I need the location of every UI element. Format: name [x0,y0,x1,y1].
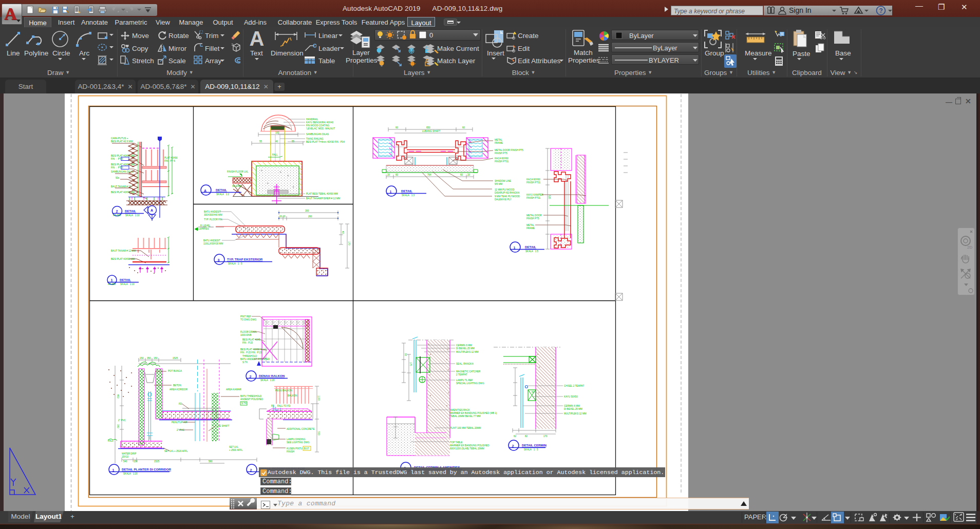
svg-text:1525: 1525 [173,357,178,360]
svg-text:LAMPU DINDING: LAMPU DINDING [287,438,306,441]
svg-text:100: 100 [275,131,279,134]
svg-text:350: 350 [147,357,151,360]
svg-text:1000-DNB: 1000-DNB [240,334,251,336]
svg-text:170: 170 [543,435,548,438]
svg-text:KAYU 50X50: KAYU 50X50 [564,395,578,398]
svg-text:60: 60 [460,174,463,176]
svg-text:20: 20 [387,174,390,176]
svg-text:SKALA 1:5: SKALA 1:5 [525,250,538,253]
svg-text:FIN : PT 6: FIN : PT 6 [164,160,175,162]
svg-text:1: 1 [514,246,516,250]
svg-text:DETAIL: DETAIL [125,209,136,213]
svg-text:BAUT TANAM # 12: BAUT TANAM # 12 [111,185,131,188]
svg-text:SEE LIGHTING DWG: SEE LIGHTING DWG [287,441,310,444]
svg-text:BESI PLAT T=4mm 40X90 FIN :: BESI PLAT T=4mm 40X90 FIN : P34 [306,141,345,143]
svg-text:BATU ANDESIT POLISHED: BATU ANDESIT POLISHED [240,358,270,361]
svg-text:2: 2 [250,375,252,379]
svg-text:FINISH PT01: FINISH PT01 [495,160,509,163]
svg-text:BESI PLAT 40 X MM: BESI PLAT 40 X MM [111,140,133,143]
svg-text:110(L)X30X30 MM: 110(L)X30X30 MM [203,242,223,245]
svg-text:HANDRAIL: HANDRAIL [306,118,318,121]
svg-text:1100: 1100 [317,395,320,401]
svg-text:S/LEVEL: S/LEVEL [232,185,242,187]
svg-text:SPECIAL LIGHTING DWG: SPECIAL LIGHTING DWG [456,382,484,385]
svg-text:FINISH: FINISH [287,450,294,453]
svg-text:2D: 2D [967,245,972,250]
svg-text:150: 150 [140,357,144,360]
svg-text:F/ LEVEL: F/ LEVEL [200,224,211,227]
svg-text:CERMIN 6 MM: CERMIN 6 MM [456,344,472,347]
svg-text:20: 20 [467,174,470,176]
svg-text:20 20: 20 20 [279,215,286,218]
svg-text:2 TEMPAT: 2 TEMPAT [456,373,467,376]
svg-text:DETAIL PLANTER DI CORRIDOR: DETAIL PLANTER DI CORRIDOR [122,467,172,471]
svg-text:SHADOW LINE: SHADOW LINE [495,180,511,182]
svg-text:PEGU BALKON: PEGU BALKON [275,389,292,392]
svg-text:MARMER EX BANDUNG POLISHED: MARMER EX BANDUNG POLISHED [450,444,489,447]
svg-text:THRESHOLD: THRESHOLD [242,355,257,357]
svg-text:DETAIL: DETAIL [401,189,412,193]
svg-text:FD: FD [179,403,182,405]
svg-text:BETON: BETON [173,384,181,387]
svg-text:SAMBUNGAN DILAS: SAMBUNGAN DILAS [111,171,134,173]
svg-text:150: 150 [134,460,138,463]
svg-text:A: A [204,189,206,193]
svg-text:FIN : P.15 FIN : P.15: FIN : P.15 FIN : P.15 [240,351,262,354]
svg-text:2: 2 [250,468,252,472]
svg-text:ANDESIT POLISHED: ANDESIT POLISHED [240,398,263,401]
svg-text:60: 60 [395,174,399,176]
svg-text:300: 300 [305,210,309,212]
svg-text:FALL: FALL [272,154,278,156]
svg-text:SKALA 1:10: SKALA 1:10 [120,283,135,286]
svg-text:BATU ANDESIT: BATU ANDESIT [203,239,220,242]
svg-text:A7-209: A7-209 [108,283,116,286]
svg-text:2" PVC: 2" PVC [118,419,126,422]
svg-text:40: 40 [275,140,278,143]
svg-text:650: 650 [426,126,430,129]
svg-text:540: 540 [123,460,127,463]
svg-text:KE SHAFT: KE SHAFT [218,425,230,427]
svg-text:3: 3 [218,258,220,262]
svg-text:AREA KAMAR: AREA KAMAR [226,388,242,391]
svg-text:0: 0 [429,31,433,39]
svg-text:METAL: METAL [495,139,502,141]
svg-text:KACA 60X60: KACA 60X60 [526,178,540,181]
svg-text:METAL: METAL [526,224,534,226]
svg-text:MAGNETIC CATCHER: MAGNETIC CATCHER [456,370,481,373]
svg-text:B.07: B.07 [304,447,309,450]
svg-text:600X1200 (SLAB) TEBAL 20MM: 600X1200 (SLAB) TEBAL 20MM [450,447,484,450]
svg-text:ADDITIONAL CONCRETE: ADDITIONAL CONCRETE [287,428,314,430]
svg-text:SKALA 1 : 5: SKALA 1 : 5 [524,448,538,451]
svg-text:FINISH PT01: FINISH PT01 [526,181,541,184]
svg-text:55: 55 [292,140,295,143]
svg-text:SKALA 1:2: SKALA 1:2 [216,193,229,196]
svg-text:BESI PLAT 40X90 MM: BESI PLAT 40X90 MM [111,258,135,260]
svg-text:2: 2 [512,444,514,448]
svg-text:DI BEVEL 25 MM: DI BEVEL 25 MM [456,347,475,350]
svg-text:170: 170 [348,241,350,245]
svg-text:SKALA 1:3: SKALA 1:3 [402,194,414,197]
svg-text:LAMPU TL REF: LAMPU TL REF [456,379,473,382]
svg-text:500: 500 [317,431,320,436]
svg-text:A: A [150,209,153,212]
svg-text:175: 175 [409,362,412,366]
svg-text:DISKRUP KE RANGKA: DISKRUP KE RANGKA [495,192,520,194]
svg-text:60: 60 [462,126,465,129]
svg-text:82: 82 [525,435,528,438]
svg-text:TO DWG DWG: TO DWG DWG [240,318,257,321]
svg-text:300X300X40 MM: 300X300X40 MM [204,214,222,216]
svg-text:FINISH PT5: FINISH PT5 [526,217,539,220]
svg-text:BATU THRESHOLD: BATU THRESHOLD [240,395,262,398]
svg-text:SEAL, RANGKA: SEAL, RANGKA [456,363,474,365]
svg-text:BALKON: BALKON [288,394,297,397]
svg-text:FIN:WOOD COATING: FIN:WOOD COATING [306,124,330,127]
svg-text:SKALA 1:10: SKALA 1:10 [125,214,140,217]
svg-text:FALL: FALL [108,440,114,442]
svg-text:FINISH PT01: FINISH PT01 [526,197,541,199]
svg-text:50: 50 [532,391,535,393]
svg-text:+ 2500 AFFL: + 2500 AFFL [229,449,243,451]
svg-text:50s: 50s [116,177,120,179]
svg-text:FIN : P.15: FIN : P.15 [242,342,253,344]
svg-text:2: 2 [116,210,118,213]
svg-text:KAYU BENGKIRAI 40X40: KAYU BENGKIRAI 40X40 [306,121,333,124]
